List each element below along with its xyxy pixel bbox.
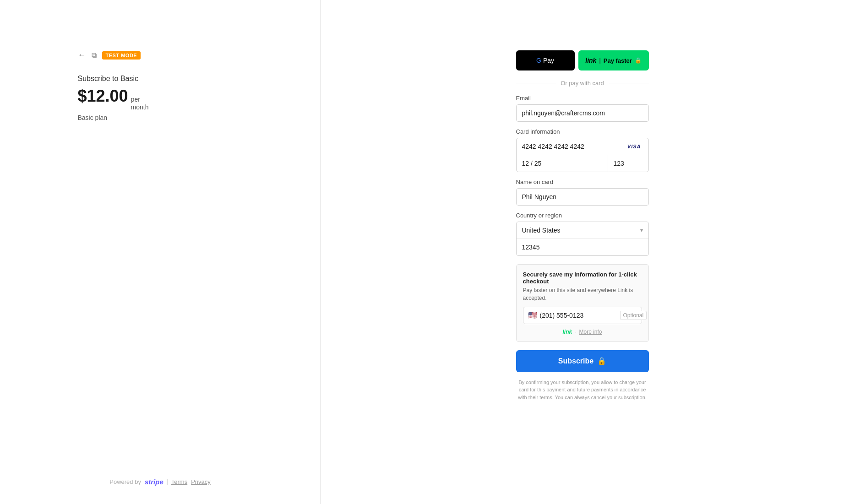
save-info-title: Securely save my information for 1-click… xyxy=(523,271,642,285)
or-line-right xyxy=(609,83,649,83)
subscribe-button[interactable]: Subscribe 🔒 xyxy=(516,350,649,372)
optional-badge: Optional xyxy=(620,311,647,320)
terms-link[interactable]: Terms xyxy=(171,478,187,485)
confirm-text: By confirming your subscription, you all… xyxy=(516,379,649,401)
country-value: United States xyxy=(522,227,640,234)
card-bottom-row xyxy=(517,155,648,172)
card-cvc-input[interactable] xyxy=(608,155,649,172)
country-select-row[interactable]: United States ▾ xyxy=(517,222,648,239)
name-label: Name on card xyxy=(516,179,649,185)
card-expiry-input[interactable] xyxy=(517,155,608,172)
link-separator: | xyxy=(599,57,600,64)
privacy-link[interactable]: Privacy xyxy=(191,478,211,485)
subscribe-label: Subscribe xyxy=(558,357,594,365)
dot-separator: · xyxy=(575,329,576,335)
copy-icon: ⧉ xyxy=(92,51,97,60)
card-info-label: Card information xyxy=(516,128,649,135)
name-section: Name on card xyxy=(516,179,649,206)
back-button[interactable]: ← xyxy=(78,50,86,60)
zip-input[interactable] xyxy=(517,239,648,255)
name-input[interactable] xyxy=(516,188,649,206)
visa-icon: VISA xyxy=(626,143,643,150)
test-mode-badge: TEST MODE xyxy=(102,51,141,60)
plan-name: Basic plan xyxy=(78,114,243,121)
right-panel: G Pay link | Pay faster 🔒 Or pay with ca… xyxy=(321,0,844,504)
phone-row: 🇺🇸 Optional xyxy=(523,307,642,324)
save-info-desc: Pay faster on this site and everywhere L… xyxy=(523,287,642,302)
email-label: Email xyxy=(516,95,649,102)
card-number-input[interactable] xyxy=(522,143,626,150)
top-bar: ← ⧉ TEST MODE xyxy=(78,50,243,60)
price-row: $12.00 per month xyxy=(78,87,243,111)
phone-input[interactable] xyxy=(540,312,620,319)
link-logo-small: link xyxy=(562,329,572,335)
google-pay-button[interactable]: G Pay xyxy=(516,50,575,70)
stripe-logo: stripe xyxy=(145,478,163,486)
g-icon: G xyxy=(536,57,541,64)
powered-by-label: Powered by xyxy=(109,478,141,485)
footer-divider xyxy=(167,479,168,485)
payment-methods: G Pay link | Pay faster 🔒 xyxy=(516,50,649,70)
lock-icon: 🔒 xyxy=(635,57,642,64)
country-label: Country or region xyxy=(516,212,649,219)
more-info-link[interactable]: More info xyxy=(579,329,602,335)
country-section: Country or region United States ▾ xyxy=(516,212,649,256)
save-info-box: Securely save my information for 1-click… xyxy=(516,264,649,342)
or-divider: Or pay with card xyxy=(516,80,649,87)
card-number-row: VISA xyxy=(517,138,648,155)
email-section: Email xyxy=(516,95,649,122)
left-panel: ← ⧉ TEST MODE Subscribe to Basic $12.00 … xyxy=(0,0,321,504)
subscribe-title: Subscribe to Basic xyxy=(78,75,243,83)
gpay-label: Pay xyxy=(543,57,554,64)
email-input[interactable] xyxy=(516,104,649,122)
footer-left: Powered by stripe Terms Privacy xyxy=(109,478,211,486)
or-text: Or pay with card xyxy=(561,80,604,87)
link-pay-button[interactable]: link | Pay faster 🔒 xyxy=(578,50,649,70)
chevron-down-icon: ▾ xyxy=(640,227,643,233)
subscribe-lock-icon: 🔒 xyxy=(597,357,606,365)
price-amount: $12.00 xyxy=(78,87,128,106)
link-logo: link xyxy=(585,57,596,64)
card-info-section: Card information VISA xyxy=(516,128,649,172)
card-info-wrapper: VISA xyxy=(516,138,649,172)
us-flag-icon: 🇺🇸 xyxy=(528,311,537,320)
pay-faster-label: Pay faster xyxy=(604,57,632,64)
price-period: per month xyxy=(131,96,149,111)
country-region-wrapper: United States ▾ xyxy=(516,222,649,256)
or-line-left xyxy=(516,83,556,83)
link-footer-row: link · More info xyxy=(523,329,642,335)
payment-form: G Pay link | Pay faster 🔒 Or pay with ca… xyxy=(516,50,649,477)
